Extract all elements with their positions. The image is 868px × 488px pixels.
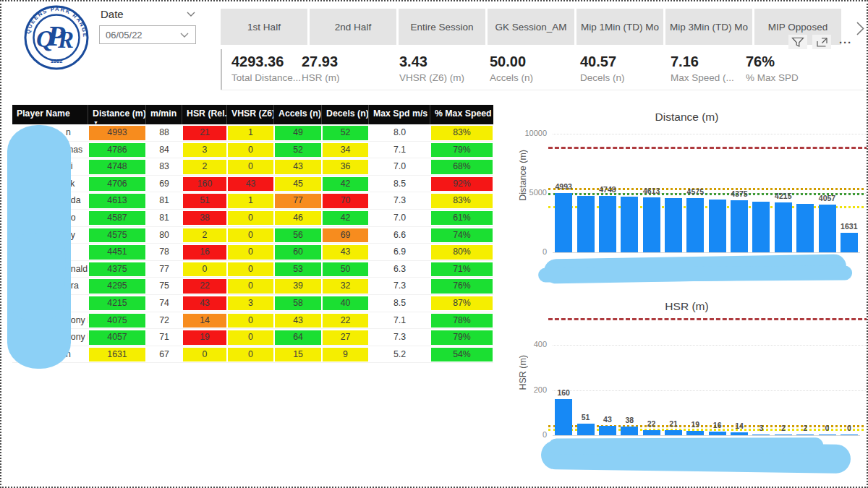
table-row[interactable]: no45878138046427.061% <box>12 210 493 227</box>
metric-cell: 80 <box>146 227 182 244</box>
column-header-8[interactable]: % Max Speed <box>430 105 493 124</box>
column-header-4[interactable]: VHSR (Z6) <box>227 105 274 124</box>
bar-data-label: 4215 <box>767 192 799 200</box>
metric-cell: 8.5 <box>369 295 430 312</box>
more-options-icon[interactable]: ··· <box>836 35 855 49</box>
gridline <box>553 390 867 391</box>
bar[interactable] <box>752 435 770 435</box>
column-header-2[interactable]: m/min <box>146 105 182 124</box>
column-header-0[interactable]: Player Name <box>12 105 88 124</box>
table-row[interactable]: hony E.40757214043227.178% <box>12 312 493 330</box>
bar[interactable] <box>555 193 572 252</box>
table-row[interactable]: 44517816060436.980% <box>12 244 493 261</box>
bar[interactable] <box>819 435 836 435</box>
metric-cell: 75 <box>146 278 182 295</box>
kpi-value: 76% <box>746 53 825 70</box>
table-row[interactable]: nda46138151177707.383% <box>12 192 493 210</box>
bar[interactable] <box>796 435 814 435</box>
table-row[interactable]: ck4706691604345428.592% <box>12 176 493 193</box>
column-header-3[interactable]: HSR (Rel.) <box>182 105 227 124</box>
kpi-label: % Max SPD <box>746 72 825 83</box>
filter-icon[interactable] <box>788 35 807 49</box>
metric-cell: 7.3 <box>369 192 430 210</box>
table-row[interactable]: mas4786843052347.179% <box>12 142 493 159</box>
kpi-label: HSR (m) <box>302 72 399 83</box>
bar-data-label: 4057 <box>812 194 843 202</box>
kpi-label: VHSR (Z6) (m) <box>399 72 490 83</box>
metric-cell: 32 <box>322 278 369 295</box>
metric-cell: 70 <box>322 192 369 210</box>
bar[interactable] <box>665 430 682 435</box>
date-slicer-header[interactable]: Date <box>101 8 196 20</box>
bar[interactable] <box>752 202 770 252</box>
metric-cell: 7.1 <box>369 312 430 330</box>
bar[interactable] <box>599 196 616 252</box>
table-row[interactable]: ui4748832043367.068% <box>12 158 493 176</box>
focus-mode-icon[interactable] <box>812 35 831 49</box>
metric-cell: 1 <box>227 192 274 210</box>
bar[interactable] <box>599 426 616 435</box>
bar[interactable] <box>775 202 792 252</box>
table-row[interactable]: n163167001595.254% <box>12 346 493 364</box>
column-header-7[interactable]: Max Spd m/s <box>369 105 430 124</box>
metric-cell: 74% <box>430 227 493 244</box>
bar[interactable] <box>686 431 704 435</box>
report-tab-mip-1min-td-mo[interactable]: Mip 1Min (TD) Mo <box>576 9 663 45</box>
column-header-1[interactable]: Distance (m)▼ <box>88 105 146 124</box>
bar[interactable] <box>621 197 638 252</box>
report-tab-2nd-half[interactable]: 2nd Half <box>310 9 396 45</box>
plot-area: 160514338222119161432200KM.llaE.asui <box>553 309 860 436</box>
bar[interactable] <box>577 196 595 253</box>
metric-cell: 1 <box>227 124 274 142</box>
bar[interactable] <box>643 197 660 252</box>
bar[interactable] <box>665 198 682 252</box>
bar[interactable] <box>775 435 792 435</box>
kpi-card-6: 76%% Max SPD <box>746 49 825 90</box>
metric-cell: 22 <box>322 312 369 330</box>
more-tabs-chevron-icon[interactable] <box>856 21 865 39</box>
metric-cell: 0 <box>227 210 274 227</box>
table-row[interactable]: o42157443358408.587% <box>12 295 493 312</box>
bar[interactable] <box>709 432 726 435</box>
table-row[interactable]: hony M.40577119064277.379% <box>12 329 493 346</box>
table-row[interactable]: era42957522039327.376% <box>12 278 493 295</box>
bar[interactable] <box>643 430 660 435</box>
kpi-value: 4293.36 <box>231 53 302 70</box>
kpi-card-5: 7.16Max Speed (... <box>671 49 746 90</box>
metric-cell: 78 <box>146 244 182 261</box>
gridline <box>553 134 867 134</box>
metric-cell: 60 <box>274 244 322 261</box>
table-row[interactable]: ey4575802056696.674% <box>12 227 493 244</box>
metric-cell: 64 <box>274 329 322 346</box>
metric-cell: 49 <box>274 124 322 142</box>
report-tab-1st-half[interactable]: 1st Half <box>221 9 307 45</box>
distance-bar-chart: Distance (m) Distance (m) 49934748461345… <box>508 105 866 289</box>
bar[interactable] <box>577 424 595 435</box>
bar[interactable] <box>841 233 858 252</box>
table-row[interactable]: n49938821149528.083% <box>12 124 493 142</box>
bar[interactable] <box>731 200 748 252</box>
bar-data-label: 1631 <box>833 222 865 231</box>
bar[interactable] <box>796 204 814 252</box>
bar[interactable] <box>731 432 748 435</box>
bar[interactable] <box>686 198 704 252</box>
date-dropdown[interactable]: 06/05/22 <box>99 25 196 44</box>
column-header-6[interactable]: Decels (n) <box>322 105 369 124</box>
metric-cell: 7.0 <box>369 158 430 176</box>
metric-cell: 81 <box>146 192 182 210</box>
bar-data-label: 4375 <box>723 189 755 198</box>
column-header-5[interactable]: Accels (n) <box>274 105 322 124</box>
metric-cell: 79% <box>430 329 493 346</box>
metric-cell: 38 <box>182 210 227 227</box>
report-tab-gk-session-am[interactable]: GK Session_AM <box>488 9 574 45</box>
bar-data-label: 160 <box>548 388 579 397</box>
metric-cell: 69 <box>146 176 182 193</box>
report-tab-mip-3min-td-mo[interactable]: Mip 3Min (TD) Mo <box>665 9 752 45</box>
kpi-card-3: 50.00Accels (n) <box>490 49 580 90</box>
metric-cell: 4057 <box>88 329 146 346</box>
report-tab-entire-session[interactable]: Entire Session <box>399 9 485 45</box>
table-row[interactable]: onald4375770053506.371% <box>12 261 493 278</box>
bar[interactable] <box>841 435 858 435</box>
bar[interactable] <box>709 200 726 252</box>
metric-cell: 21 <box>182 124 227 142</box>
